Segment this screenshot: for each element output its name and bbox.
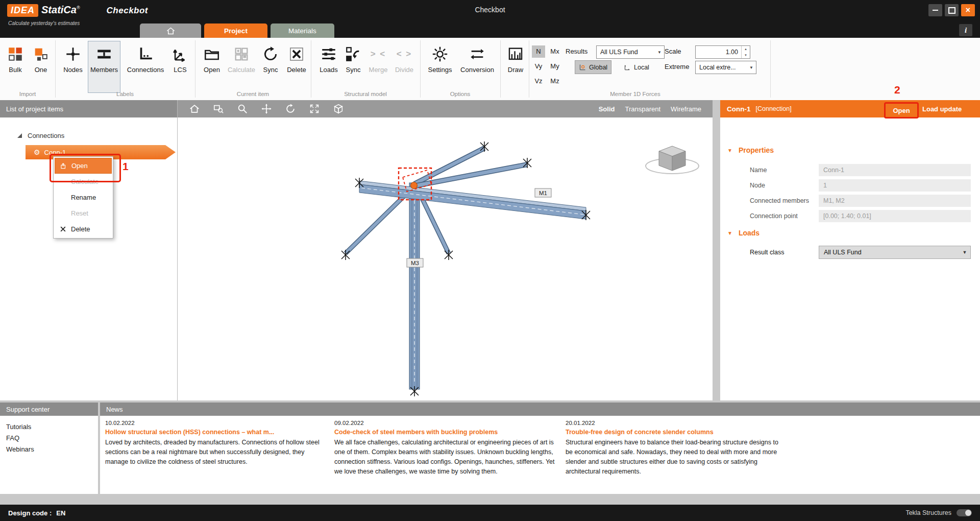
sync-model-label: Sync [346,66,361,74]
news-title[interactable]: Code-check of steel members with bucklin… [334,429,555,436]
one-import-button[interactable]: One [30,41,52,93]
results-dropdown[interactable]: All ULS Fund ▼ [596,45,665,59]
chevron-down-icon: ▼ [657,50,662,55]
one-import-label: One [35,66,47,74]
delete-item-button[interactable]: Delete [284,41,309,93]
merge-icon: > < [371,45,386,63]
group-label-labels: Labels [55,89,195,99]
mode-solid[interactable]: Solid [599,105,615,113]
tree-node-connections-label: Connections [28,132,64,139]
context-menu-rename-label: Rename [71,194,96,201]
minimize-button[interactable] [928,4,942,16]
name-label: Name [750,164,767,176]
context-menu-rename[interactable]: Rename [55,190,112,205]
zoom-fit-icon[interactable] [309,103,320,114]
extreme-dropdown[interactable]: Local extre... ▼ [695,61,756,74]
view-home-icon[interactable] [189,103,200,114]
maximize-button[interactable] [945,4,959,16]
connection-detail-panel: Conn-1 [Connection] Open Load update ▼ P… [720,100,980,400]
conversion-button[interactable]: Conversion [457,41,497,93]
settings-button[interactable]: Settings [425,41,455,93]
global-label: Global [589,64,607,71]
link-tutorials[interactable]: Tutorials [6,423,34,431]
news-panel: News 10.02.2022 Hollow structural sectio… [100,402,980,494]
pan-icon[interactable] [261,103,272,114]
force-vy-button[interactable]: Vy [532,60,545,73]
divide-icon: < > [397,45,412,63]
brace-lower-left[interactable] [346,189,411,253]
zoom-window-icon[interactable] [213,103,224,114]
tree-node-connections[interactable]: Connections [17,132,64,139]
beam-m1[interactable] [359,181,586,219]
open-folder-icon [203,45,220,63]
callout-number-1: 1 [122,160,129,173]
collapse-icon[interactable]: ▼ [727,148,732,153]
mode-transparent[interactable]: Transparent [625,105,660,113]
viewport-toolbar: Solid Transparent Wireframe [178,100,713,117]
app-logo: IDEA StatiCa® Checkbot [7,4,148,17]
bulk-import-icon [7,45,24,63]
force-vz-button[interactable]: Vz [532,75,545,87]
open-item-button[interactable]: Open [199,41,225,93]
result-class-label: Result class [750,246,784,259]
properties-section-header[interactable]: ▼ Properties [727,146,774,154]
tree-expander-icon[interactable] [17,133,22,138]
idea-logo-mark: IDEA [7,4,38,17]
collapse-icon[interactable]: ▼ [727,230,732,236]
sync-item-button[interactable]: Sync [258,41,283,93]
context-menu-calculate: Calculate [55,174,112,190]
members-toggle-button[interactable]: Members [88,41,120,93]
link-faq[interactable]: FAQ [6,434,34,442]
global-button[interactable]: Global [575,60,611,74]
news-date: 09.02.2022 [334,420,555,426]
close-button[interactable]: × [961,4,975,16]
navigation-cube[interactable] [646,146,699,174]
local-button[interactable]: Local [620,60,653,74]
solid-box-icon[interactable] [333,103,344,114]
loads-button[interactable]: Loads [315,41,342,93]
3d-viewport[interactable]: M1 M3 [178,117,713,400]
force-n-button[interactable]: N [532,45,545,58]
bulk-import-label: Bulk [9,66,21,74]
loads-section-header[interactable]: ▼ Loads [727,229,760,237]
connections-toggle-button[interactable]: Connections [124,41,167,93]
draw-forces-button[interactable]: Draw [503,41,528,93]
tab-project[interactable]: Project [204,23,267,38]
news-title[interactable]: Trouble-free design of concrete slender … [566,429,786,436]
tekla-structures-label: Tekla Structures [905,509,951,516]
open-connection-button[interactable]: Open [884,102,919,119]
force-mz-button[interactable]: Mz [547,75,562,87]
lcs-toggle-button[interactable]: LCS [168,41,192,93]
zoom-icon[interactable] [237,103,248,114]
tab-home[interactable] [140,23,201,38]
viewport-panel: Solid Transparent Wireframe [178,100,713,400]
bulk-import-button[interactable]: Bulk [3,41,28,93]
nodes-toggle-button[interactable]: Nodes [60,41,86,93]
blank-icon [59,209,67,218]
column-m3[interactable] [409,183,420,389]
context-menu: Open Calculate Rename Reset Delete [53,156,113,239]
force-my-button[interactable]: My [547,60,562,73]
mode-wireframe[interactable]: Wireframe [671,105,701,113]
stepper-up-icon[interactable]: ▲ [742,46,750,52]
context-menu-delete[interactable]: Delete [55,221,112,237]
context-menu-open[interactable]: Open [55,158,112,174]
tab-materials[interactable]: Materials [271,23,334,38]
stepper-down-icon[interactable]: ▼ [742,52,750,58]
loads-label: Loads [320,66,337,74]
link-webinars[interactable]: Webinars [6,445,34,453]
sync-model-button[interactable]: Sync [341,41,365,93]
stepper-arrows[interactable]: ▲▼ [741,46,750,58]
scale-stepper[interactable]: 1.00 ▲▼ [695,45,750,59]
result-class-dropdown[interactable]: All ULS Fund ▼ [819,246,971,259]
draw-forces-label: Draw [508,66,523,74]
project-items-header: List of project items [0,100,177,117]
news-item: 20.01.2022 Trouble-free design of concre… [566,420,786,477]
tekla-toggle[interactable] [957,509,972,516]
checkbot-window: IDEA StatiCa® Checkbot Calculate yesterd… [0,0,980,521]
rotate-icon[interactable] [285,103,296,114]
load-update-button[interactable]: Load update [922,102,962,115]
news-title[interactable]: Hollow structural section (HSS) connecti… [105,429,326,436]
force-mx-button[interactable]: Mx [547,45,562,58]
info-button[interactable]: i [959,24,972,36]
